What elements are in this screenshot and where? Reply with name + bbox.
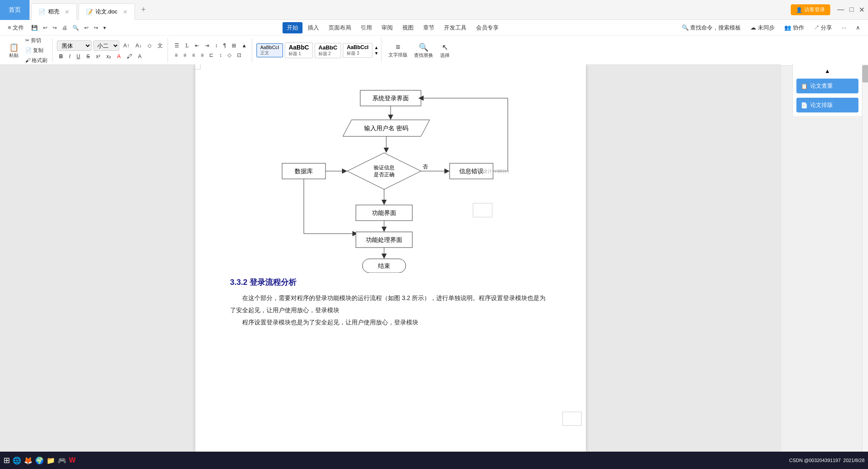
- paper-check-button[interactable]: 📋 论文查重: [796, 79, 858, 93]
- svg-marker-11: [342, 168, 347, 174]
- menu-file[interactable]: ≡ 文件: [3, 22, 28, 33]
- share-btn[interactable]: ↗ 分享: [809, 22, 837, 33]
- tab-doc-close-icon[interactable]: ✕: [123, 9, 128, 15]
- style-up-button[interactable]: ▲: [374, 45, 378, 50]
- phonetic-button[interactable]: 文: [155, 41, 165, 50]
- subscript-button[interactable]: x₂: [104, 53, 113, 60]
- titlebar-right: 👤 访客登录 — □ ✕: [791, 4, 868, 15]
- underline-button[interactable]: U: [74, 53, 82, 60]
- tab-daoke[interactable]: 📄 稻壳 ✕: [31, 3, 77, 20]
- collapse-btn[interactable]: ∧: [852, 23, 865, 33]
- redo-button[interactable]: ↪: [50, 24, 59, 32]
- taskbar-wps[interactable]: W: [69, 456, 76, 464]
- menu-chapter[interactable]: 章节: [419, 22, 439, 33]
- bold-button[interactable]: B: [57, 53, 65, 60]
- align-center-button[interactable]: ≡: [181, 51, 188, 59]
- char-border-button[interactable]: A: [136, 53, 144, 60]
- superscript-button[interactable]: x²: [94, 53, 102, 60]
- border-button[interactable]: ⊞: [230, 42, 238, 50]
- bullets-button[interactable]: ☰: [172, 42, 181, 50]
- paste-button[interactable]: 📋 粘贴: [6, 41, 22, 60]
- style-heading3[interactable]: AaBbCcI 标题 3: [343, 43, 372, 58]
- font-size-select[interactable]: 小二: [93, 40, 119, 51]
- font-color-button[interactable]: A: [115, 53, 123, 60]
- fill-button[interactable]: ◇: [225, 51, 233, 59]
- search-command[interactable]: 🔍 查找命令，搜索模板: [677, 22, 746, 33]
- grow-font-button[interactable]: A↑: [121, 42, 132, 50]
- align-right-button[interactable]: ≡: [190, 51, 197, 59]
- menu-view[interactable]: 视图: [398, 22, 418, 33]
- font-name-select[interactable]: 黑体: [57, 40, 92, 51]
- scrollbar-thumb[interactable]: [862, 65, 868, 83]
- menu-review[interactable]: 审阅: [377, 22, 397, 33]
- svg-text:输入用户名 密码: 输入用户名 密码: [364, 125, 408, 132]
- section-number-label: 3.3.2 登录流程分析: [230, 277, 551, 287]
- dropdown-arrow[interactable]: ▾: [101, 24, 108, 32]
- align-left-button[interactable]: ≡: [172, 51, 180, 59]
- line-spacing-button[interactable]: ↕: [217, 51, 224, 59]
- add-tab-button[interactable]: +: [137, 3, 151, 17]
- select-button[interactable]: ↖ 选择: [437, 41, 453, 60]
- italic-button[interactable]: I: [67, 53, 72, 60]
- menu-reference[interactable]: 引用: [356, 22, 376, 33]
- start-button[interactable]: ⊞: [3, 456, 10, 465]
- svg-text:否: 否: [423, 164, 428, 170]
- sync-btn[interactable]: ☁ 未同步: [746, 22, 779, 33]
- menu-vip[interactable]: 会员专享: [472, 22, 503, 33]
- menu-insert[interactable]: 插入: [303, 22, 323, 33]
- tab-close-icon[interactable]: ✕: [65, 9, 69, 15]
- indent-button[interactable]: ⇥: [203, 42, 211, 50]
- copy-button[interactable]: 📄 复制: [23, 46, 49, 55]
- paper-format-button[interactable]: 📄 论文排版: [796, 98, 858, 112]
- find-replace-icon: 🔍: [419, 43, 428, 52]
- minimize-button[interactable]: —: [837, 6, 844, 14]
- strikethrough-button[interactable]: S: [84, 53, 92, 60]
- menu-page-layout[interactable]: 页面布局: [324, 22, 355, 33]
- find-replace-button[interactable]: 🔍 查找替换: [411, 41, 436, 60]
- style-normal[interactable]: AaBbCcI 正文: [256, 43, 283, 57]
- home-tab[interactable]: 首页: [0, 0, 30, 20]
- text-arrange-button[interactable]: ≡ 文字排版: [386, 41, 410, 59]
- redo2-button[interactable]: ↪: [92, 24, 100, 32]
- sort-button[interactable]: ↕: [213, 42, 220, 50]
- save-button[interactable]: 💾: [29, 24, 40, 32]
- undo-button[interactable]: ↩: [41, 24, 49, 32]
- tab-doc[interactable]: 📝 论文.doc ✕: [79, 3, 135, 20]
- taskbar-browser2[interactable]: 🦊: [24, 456, 33, 465]
- more-btn[interactable]: ···: [837, 23, 851, 33]
- outdent-button[interactable]: ⇤: [193, 42, 201, 50]
- menu-start[interactable]: 开始: [283, 22, 302, 33]
- panel-up-arrow[interactable]: ▲: [796, 68, 858, 74]
- collab-btn[interactable]: 👥 协作: [780, 22, 809, 33]
- numbering-button[interactable]: 1.: [183, 42, 191, 50]
- text-dir-button[interactable]: ⊡: [235, 51, 243, 59]
- close-button[interactable]: ✕: [859, 6, 865, 14]
- cut-button[interactable]: ✂ 剪切: [23, 36, 49, 45]
- find-button[interactable]: 🔍: [70, 24, 81, 32]
- visitor-login-button[interactable]: 👤 访客登录: [791, 4, 830, 15]
- taskbar-browser3[interactable]: 🌍: [35, 456, 44, 465]
- taskbar-browser1[interactable]: 🌐: [13, 456, 21, 465]
- style-heading1[interactable]: AaBbC 标题 1: [285, 43, 313, 58]
- style-heading2[interactable]: AaBbC 标题 2: [315, 43, 341, 58]
- style-preview: AaBbCcI 正文 AaBbC 标题 1 AaBbC 标题 2 AaBbCcI…: [256, 43, 378, 58]
- style-down-button[interactable]: ▼: [374, 51, 378, 56]
- taskbar-explorer[interactable]: 📁: [46, 456, 55, 465]
- show-para-button[interactable]: ¶: [221, 42, 228, 50]
- format-button[interactable]: 🖌 格式刷: [23, 56, 49, 65]
- taskbar-app[interactable]: 🎮: [58, 456, 66, 465]
- document-page: 系统登录界面 输入用户名 密码 数据库: [195, 64, 586, 452]
- styles-group: AaBbCcI 正文 AaBbC 标题 1 AaBbC 标题 2 AaBbCcI…: [254, 38, 381, 63]
- taskbar-date: 2021/8/28: [843, 458, 865, 463]
- print-button[interactable]: 🖨: [60, 24, 69, 32]
- menu-devtools[interactable]: 开发工具: [440, 22, 471, 33]
- undo2-button[interactable]: ↩: [82, 24, 91, 32]
- justify-button[interactable]: ≡: [198, 51, 206, 59]
- shrink-font-button[interactable]: A↓: [133, 42, 144, 50]
- highlight-button[interactable]: 🖍: [125, 53, 134, 60]
- vertical-scrollbar[interactable]: [862, 64, 868, 452]
- maximize-button[interactable]: □: [849, 6, 854, 14]
- columns-button[interactable]: ⊏: [207, 51, 216, 59]
- clear-format-button[interactable]: ◇: [145, 42, 154, 50]
- shading-button[interactable]: ▲: [240, 42, 249, 50]
